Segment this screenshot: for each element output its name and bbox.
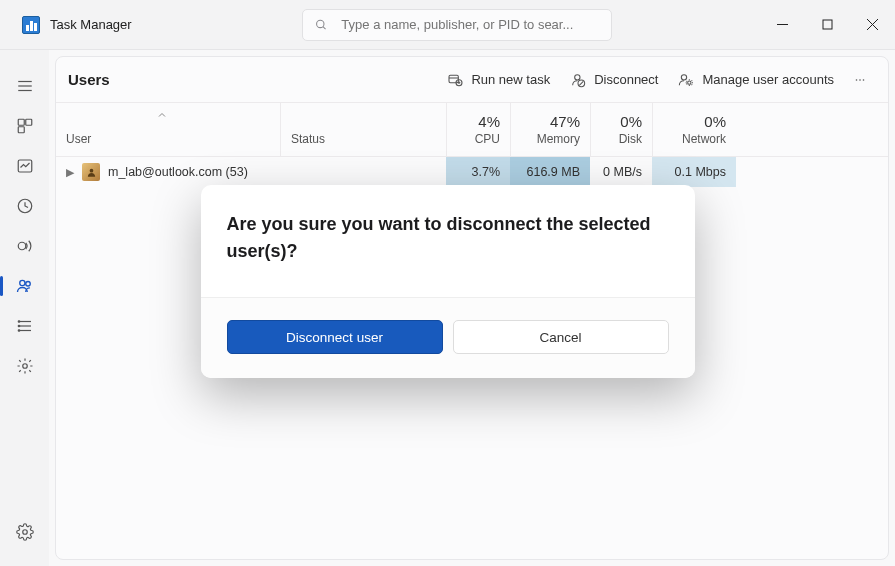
dialog-message: Are you sure you want to disconnect the …: [201, 185, 695, 297]
modal-overlay: Are you sure you want to disconnect the …: [0, 0, 895, 566]
disconnect-user-label: Disconnect user: [286, 330, 383, 345]
dialog-actions: Disconnect user Cancel: [201, 298, 695, 378]
cancel-label: Cancel: [539, 330, 581, 345]
cancel-button[interactable]: Cancel: [453, 320, 669, 354]
confirm-dialog: Are you sure you want to disconnect the …: [201, 185, 695, 378]
disconnect-user-button[interactable]: Disconnect user: [227, 320, 443, 354]
